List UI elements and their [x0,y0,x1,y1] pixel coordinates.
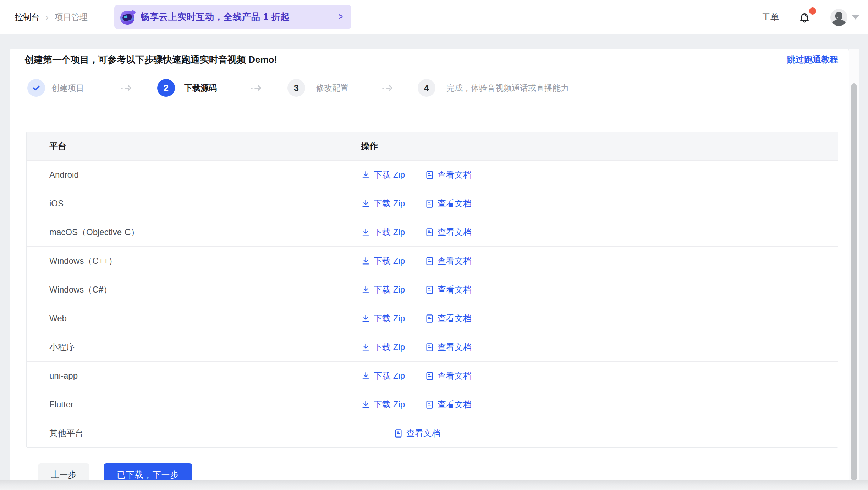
step-2-label: 下载源码 [184,79,217,97]
document-icon [425,371,434,381]
download-zip-label: 下载 Zip [374,198,405,209]
download-zip-link[interactable]: 下载 Zip [361,198,405,209]
table-row: macOS（Objective-C） 下载 Zip 查看文档 [27,218,838,246]
view-docs-link[interactable]: 查看文档 [425,255,472,267]
ticket-link[interactable]: 工单 [762,12,779,23]
promo-banner[interactable]: 畅享云上实时互动，全线产品 1 折起 > [114,5,351,29]
platform-name: macOS（Objective-C） [27,227,361,238]
download-icon [361,343,370,352]
table-row: iOS 下载 Zip 查看文档 [27,189,838,218]
platform-table: 平台 操作 Android 下载 Zip 查看文档 iOS [26,132,838,448]
view-docs-label: 查看文档 [438,370,472,382]
platform-name: Web [27,313,361,323]
view-docs-link[interactable]: 查看文档 [425,341,472,353]
download-icon [361,400,370,410]
download-icon [361,199,370,208]
download-zip-link[interactable]: 下载 Zip [361,284,405,295]
step-3-circle: 3 [287,79,305,97]
document-icon [425,285,434,295]
skip-tutorial-link[interactable]: 跳过跑通教程 [787,53,838,66]
bottom-window-edge [0,480,868,490]
platform-name: 其他平台 [27,428,361,439]
download-icon [361,314,370,323]
view-docs-label: 查看文档 [438,198,472,209]
download-zip-label: 下载 Zip [374,255,405,267]
download-zip-link[interactable]: 下载 Zip [361,313,405,324]
platform-name: Flutter [27,400,361,410]
user-avatar[interactable] [830,9,847,26]
view-docs-link[interactable]: 查看文档 [425,313,472,324]
vertical-scrollbar[interactable] [849,49,859,490]
step-2-circle: 2 [157,79,175,97]
view-docs-link[interactable]: 查看文档 [425,198,472,209]
breadcrumb-console[interactable]: 控制台 [15,12,39,23]
view-docs-link[interactable]: 查看文档 [394,428,440,439]
download-icon [361,170,370,180]
avatar-caret-icon[interactable] [852,15,859,20]
download-icon [361,228,370,237]
download-zip-label: 下载 Zip [374,341,405,353]
download-zip-link[interactable]: 下载 Zip [361,399,405,410]
download-zip-link[interactable]: 下载 Zip [361,227,405,238]
view-docs-label: 查看文档 [438,399,472,410]
download-zip-link[interactable]: 下载 Zip [361,341,405,353]
download-zip-label: 下载 Zip [374,399,405,410]
check-icon [32,83,41,93]
platform-name: Windows（C#） [27,284,361,295]
download-zip-label: 下载 Zip [374,169,405,180]
document-icon [425,400,434,410]
table-row: Flutter 下载 Zip 查看文档 [27,390,838,419]
breadcrumb: 控制台 › 项目管理 [15,0,88,34]
step-3-label: 修改配置 [316,79,348,97]
download-zip-label: 下载 Zip [374,313,405,324]
onboarding-card: 创建第一个项目，可参考以下步骤快速跑通实时音视频 Demo! 跳过跑通教程 创建… [10,49,849,490]
download-zip-link[interactable]: 下载 Zip [361,370,405,382]
navbar-right: 工单 [762,0,859,34]
download-icon [361,285,370,295]
notification-bell-button[interactable] [798,11,811,24]
view-docs-link[interactable]: 查看文档 [425,370,472,382]
promo-arrow-icon: > [339,11,343,22]
view-docs-link[interactable]: 查看文档 [425,227,472,238]
platform-name: uni-app [27,371,361,381]
download-icon [361,371,370,381]
download-zip-link[interactable]: 下载 Zip [361,169,405,180]
document-icon [425,228,434,237]
view-docs-link[interactable]: 查看文档 [425,169,472,180]
platform-name: Windows（C++） [27,255,361,267]
stepper-divider [26,113,838,113]
page-title: 创建第一个项目，可参考以下步骤快速跑通实时音视频 Demo! [24,53,277,66]
top-navbar: 控制台 › 项目管理 畅享云上实时互动，全 [0,0,868,34]
scrollbar-thumb[interactable] [851,83,857,481]
step-4-circle: 4 [418,79,435,97]
step-1-label: 创建项目 [51,79,84,97]
table-row: 其他平台 查看文档 [27,419,838,447]
document-icon [394,429,403,438]
table-row: 小程序 下载 Zip 查看文档 [27,333,838,361]
step-1-circle [27,79,45,97]
view-docs-link[interactable]: 查看文档 [425,284,472,295]
table-row: Android 下载 Zip 查看文档 [27,160,838,189]
card-header: 创建第一个项目，可参考以下步骤快速跑通实时音视频 Demo! 跳过跑通教程 [24,53,838,66]
platform-name: 小程序 [27,341,361,353]
view-docs-label: 查看文档 [438,255,472,267]
platform-name: Android [27,170,361,180]
platform-name: iOS [27,199,361,208]
column-header-actions: 操作 [361,140,838,152]
robot-mascot-icon [119,8,137,26]
promo-text: 畅享云上实时互动，全线产品 1 折起 [141,11,290,23]
step-arrow-icon [121,79,131,97]
step-arrow-icon [251,79,260,97]
document-icon [425,314,434,323]
step-4-label: 完成，体验音视频通话或直播能力 [446,79,569,97]
download-zip-label: 下载 Zip [374,227,405,238]
stepper: 创建项目 2 下载源码 3 修改配置 4 完成，体验音视频通话或直播能力 [27,79,838,97]
document-icon [425,256,434,266]
view-docs-label: 查看文档 [438,169,472,180]
breadcrumb-separator-icon: › [46,12,49,22]
platform-table-body: Android 下载 Zip 查看文档 iOS 下载 Z [27,160,838,447]
download-zip-link[interactable]: 下载 Zip [361,255,405,267]
view-docs-link[interactable]: 查看文档 [425,399,472,410]
document-icon [425,170,434,180]
table-row: Windows（C++） 下载 Zip 查看文档 [27,246,838,275]
